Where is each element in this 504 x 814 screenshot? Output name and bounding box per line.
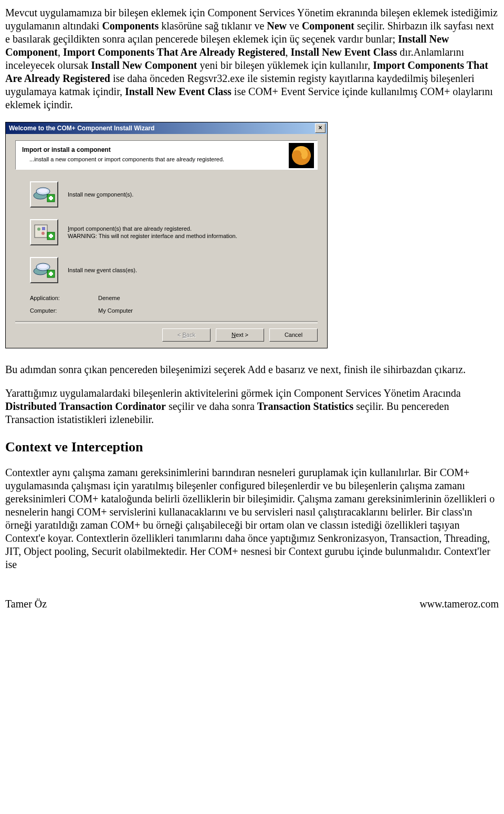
wizard-logo-icon (289, 143, 314, 168)
titlebar: Welcome to the COM+ Component Install Wi… (6, 122, 327, 134)
text: Yarattığımız uygulamalardaki bileşenleri… (5, 387, 461, 399)
svg-rect-19 (49, 273, 53, 275)
text-bold: Install New Component (91, 59, 197, 71)
wizard-dialog: Welcome to the COM+ Component Install Wi… (5, 122, 328, 348)
option-install-event-class[interactable]: Install new event class(es). (30, 257, 318, 283)
footer-url: www.tameroz.com (419, 597, 499, 611)
text-bold: Import Components That Are Already Regis… (63, 46, 286, 58)
text-bold: Install New Event Class (291, 46, 397, 58)
page-footer: Tamer Öz www.tameroz.com (5, 597, 499, 611)
computer-label: Computer: (30, 307, 98, 315)
paragraph-3: Yarattığımız uygulamalardaki bileşenleri… (5, 387, 499, 426)
paragraph-2: Bu adımdan sonra çıkan pencereden bileşe… (5, 363, 499, 376)
svg-point-16 (38, 264, 48, 269)
option-label: Install new component(s). (68, 191, 133, 198)
option-import-registered[interactable]: Import component(s) that are already reg… (30, 219, 318, 245)
import-component-icon (30, 219, 58, 245)
install-component-icon (30, 181, 58, 208)
wizard-header: Import or install a component ...install… (15, 140, 318, 170)
header-subtitle: ...install a new component or import com… (29, 156, 311, 163)
separator (15, 321, 318, 323)
text-bold: Transaction Statistics (257, 400, 354, 412)
cancel-button[interactable]: Cancel (269, 328, 318, 342)
footer-author: Tamer Öz (5, 597, 47, 611)
text: seçilir ve daha sonra (166, 400, 257, 412)
svg-point-8 (37, 228, 40, 231)
text: klasörüne sağ tıklanır ve (159, 20, 267, 32)
svg-point-3 (38, 189, 48, 193)
install-event-class-icon (30, 257, 58, 283)
svg-point-10 (41, 232, 45, 235)
text-bold: Component (302, 20, 354, 32)
back-button[interactable]: < Back (162, 328, 211, 342)
info-grid: Application: Deneme Computer: My Compute… (30, 295, 318, 315)
button-row: < Back Next > Cancel (15, 328, 318, 348)
next-button[interactable]: Next > (216, 328, 264, 342)
text: ve (287, 20, 302, 32)
text: , (58, 46, 63, 58)
application-value: Deneme (98, 295, 120, 302)
dialog-title: Welcome to the COM+ Component Install Wi… (9, 125, 154, 132)
computer-value: My Computer (98, 307, 133, 315)
paragraph-1: Mevcut uygulamamıza bir bileşen eklemek … (5, 6, 499, 111)
svg-rect-9 (42, 227, 45, 230)
option-label: Import component(s) that are already reg… (68, 225, 237, 240)
application-label: Application: (30, 295, 98, 302)
svg-rect-13 (49, 235, 53, 237)
svg-rect-6 (49, 197, 53, 199)
paragraph-4: Contextler aynı çalışma zamanı gereksini… (5, 466, 499, 571)
heading-context-interception: Context ve Interception (5, 439, 499, 456)
text-bold: Components (102, 20, 159, 32)
header-title: Import or install a component (22, 146, 311, 154)
option-label: Install new event class(es). (68, 266, 137, 274)
svg-rect-7 (35, 225, 47, 238)
close-button[interactable]: × (315, 123, 326, 133)
text-bold: New (267, 20, 287, 32)
option-install-new-component[interactable]: Install new component(s). (30, 181, 318, 208)
text-bold: Distributed Transaction Cordinator (5, 400, 166, 412)
text: , (286, 46, 291, 58)
text-bold: Install New Event Class (125, 86, 232, 97)
text: yeni bir bileşen yüklemek için kullanılı… (197, 59, 373, 71)
